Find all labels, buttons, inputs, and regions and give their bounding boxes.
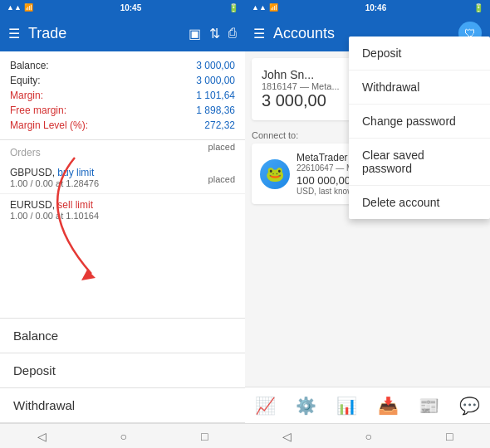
left-status-bar: ▲▲ 📶 10:45 🔋 bbox=[0, 0, 245, 15]
transfer-icon[interactable]: ⇅ bbox=[209, 26, 220, 41]
right-status-bar: ▲▲ 📶 10:46 🔋 bbox=[245, 0, 490, 15]
gbpusd-name: GBPUSD, bbox=[10, 167, 57, 178]
left-nav-bar: ◁ ○ □ bbox=[0, 423, 245, 448]
account-name: John Sn... bbox=[262, 68, 340, 81]
dropdown-menu: Deposit Withdrawal Change password Clear… bbox=[349, 37, 490, 219]
margin-row: Margin: 1 101,64 bbox=[10, 88, 235, 103]
right-menu-icon[interactable]: ☰ bbox=[253, 26, 265, 41]
right-battery-icon: 🔋 bbox=[473, 3, 483, 12]
tab-inbox[interactable]: 📥 bbox=[378, 396, 399, 416]
right-panel: ▲▲ 📶 10:46 🔋 ☰ Accounts 🛡 Deposit Withdr… bbox=[245, 0, 490, 448]
signal-icon: ▲▲ bbox=[7, 3, 22, 12]
tab-news[interactable]: 📰 bbox=[419, 396, 439, 416]
margin-level-row: Margin Level (%): 272,32 bbox=[10, 118, 235, 133]
menu-icon[interactable]: ☰ bbox=[8, 26, 20, 41]
deposit-dropdown-item[interactable]: Deposit bbox=[349, 37, 490, 71]
tab-settings[interactable]: ⚙️ bbox=[296, 396, 316, 416]
right-signal-icon: ▲▲ bbox=[252, 3, 267, 12]
left-status-signals: ▲▲ 📶 bbox=[7, 3, 33, 12]
bottom-menu: Balance Deposit Withdrawal bbox=[0, 318, 245, 423]
trade-title: Trade bbox=[28, 25, 180, 42]
eurusd-status: placed bbox=[208, 174, 235, 184]
balance-label: Balance: bbox=[10, 60, 49, 71]
equity-row: Equity: 3 000,00 bbox=[10, 73, 235, 88]
account-id: 1816147 — Meta... bbox=[262, 81, 340, 91]
eurusd-type: sell limit bbox=[57, 199, 93, 211]
margin-value: 1 101,64 bbox=[196, 90, 235, 101]
left-panel: ▲▲ 📶 10:45 🔋 ☰ Trade ▣ ⇅ ⎙ Balance: 3 00… bbox=[0, 0, 245, 448]
balance-row: Balance: 3 000,00 bbox=[10, 58, 235, 73]
equity-label: Equity: bbox=[10, 75, 41, 86]
bottom-tabs: 📈 ⚙️ 📊 📥 📰 💬 bbox=[245, 387, 490, 423]
order-pair-eurusd: EURUSD, sell limit placed bbox=[10, 199, 235, 211]
eurusd-detail: 1.00 / 0.00 at 1.10164 bbox=[10, 211, 235, 221]
equity-value: 3 000,00 bbox=[196, 75, 235, 86]
withdrawal-dropdown-item[interactable]: Withdrawal bbox=[349, 71, 490, 105]
export-icon[interactable]: ⎙ bbox=[228, 26, 237, 41]
eurusd-name: EURUSD, bbox=[10, 199, 57, 211]
connect-avatar: 🐸 bbox=[260, 159, 290, 189]
margin-level-label: Margin Level (%): bbox=[10, 119, 88, 131]
right-home-button[interactable]: ○ bbox=[365, 430, 372, 443]
right-recents-button[interactable]: □ bbox=[446, 430, 453, 443]
back-button[interactable]: ◁ bbox=[37, 430, 47, 443]
change-password-item[interactable]: Change password bbox=[349, 105, 490, 139]
gbpusd-detail: 1.00 / 0.00 at 1.28476 bbox=[10, 178, 235, 188]
right-wifi-icon: 📶 bbox=[269, 3, 278, 12]
svg-marker-0 bbox=[81, 270, 96, 280]
card-icon[interactable]: ▣ bbox=[189, 26, 201, 41]
balance-menu-item[interactable]: Balance bbox=[0, 318, 245, 353]
deposit-menu-item[interactable]: Deposit bbox=[0, 353, 245, 387]
withdrawal-menu-item[interactable]: Withdrawal bbox=[0, 387, 245, 423]
right-status-signals: ▲▲ 📶 bbox=[252, 3, 278, 12]
free-margin-value: 1 898,36 bbox=[196, 105, 235, 116]
account-info: Balance: 3 000,00 Equity: 3 000,00 Margi… bbox=[0, 51, 245, 140]
tab-chart[interactable]: 📈 bbox=[255, 396, 276, 416]
left-header: ☰ Trade ▣ ⇅ ⎙ bbox=[0, 15, 245, 51]
gbpusd-type: buy limit bbox=[57, 167, 94, 178]
tab-chat[interactable]: 💬 bbox=[459, 396, 480, 416]
home-button[interactable]: ○ bbox=[120, 430, 127, 443]
free-margin-row: Free margin: 1 898,36 bbox=[10, 103, 235, 118]
order-pair-gbpusd: GBPUSD, buy limit placed bbox=[10, 167, 235, 178]
left-time: 10:45 bbox=[120, 3, 142, 12]
free-margin-label: Free margin: bbox=[10, 105, 66, 116]
battery-icon: 🔋 bbox=[228, 3, 238, 12]
right-back-button[interactable]: ◁ bbox=[282, 430, 292, 443]
margin-level-value: 272,32 bbox=[204, 119, 235, 131]
account-balance: 3 000,00 bbox=[262, 91, 340, 110]
tab-analytics[interactable]: 📊 bbox=[336, 396, 357, 416]
right-nav-bar: ◁ ○ □ bbox=[245, 423, 490, 448]
recents-button[interactable]: □ bbox=[201, 430, 208, 443]
right-time: 10:46 bbox=[365, 3, 387, 12]
wifi-icon: 📶 bbox=[24, 3, 33, 12]
margin-label: Margin: bbox=[10, 90, 43, 101]
gbpusd-status: placed bbox=[208, 142, 235, 152]
clear-saved-password-item[interactable]: Clear saved password bbox=[349, 139, 490, 186]
balance-value: 3 000,00 bbox=[196, 60, 235, 71]
header-icons: ▣ ⇅ ⎙ bbox=[189, 26, 237, 41]
delete-account-item[interactable]: Delete account bbox=[349, 186, 490, 219]
order-eurusd[interactable]: EURUSD, sell limit placed 1.00 / 0.00 at… bbox=[0, 193, 245, 226]
